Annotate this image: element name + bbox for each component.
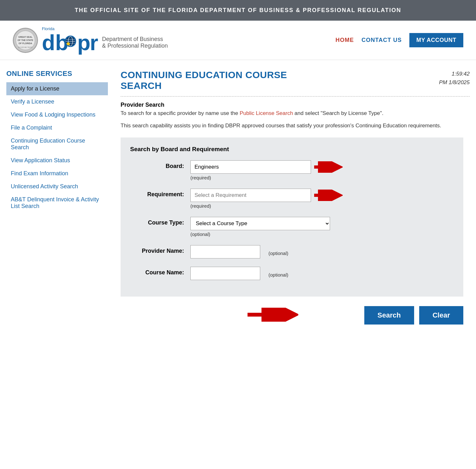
requirement-input[interactable]	[190, 189, 311, 202]
search-form-box: Search by Board and Requirement Board:	[121, 137, 463, 297]
provider-name-label: Provider Name:	[130, 245, 184, 254]
logo-florida-label: Florida	[42, 26, 168, 31]
board-required: (required)	[190, 175, 454, 180]
logo-area: GREAT SEAL OF THE STATE OF FLORIDA IN GO…	[13, 26, 168, 54]
course-type-select[interactable]: Select a Course Type	[190, 217, 330, 230]
top-banner-text: THE OFFICIAL SITE OF THE FLORIDA DEPARTM…	[75, 7, 401, 13]
board-input-with-arrow	[190, 160, 454, 174]
logo-text-block: Florida d b	[42, 26, 168, 54]
button-row: Search Clear	[121, 297, 470, 331]
top-banner: THE OFFICIAL SITE OF THE FLORIDA DEPARTM…	[0, 0, 476, 21]
capability-text: This search capability assists you in fi…	[121, 122, 470, 130]
form-title: Search by Board and Requirement	[130, 146, 454, 153]
sidebar-item-verify-licensee[interactable]: Verify a Licensee	[6, 95, 108, 108]
course-type-label: Course Type:	[130, 217, 184, 226]
sidebar-item-exam-info[interactable]: Find Exam Information	[6, 167, 108, 180]
nav-home-link[interactable]: HOME	[335, 37, 354, 44]
course-name-label: Course Name:	[130, 267, 184, 276]
logo-pr-letters: pr	[77, 32, 98, 53]
course-name-row: Course Name: (optional)	[130, 267, 454, 280]
requirement-label: Requirement:	[130, 189, 184, 198]
sidebar-item-apply-license[interactable]: Apply for a License	[6, 82, 108, 95]
clear-button[interactable]: Clear	[419, 306, 463, 325]
logo-b-circle: b	[55, 31, 77, 54]
timestamp: 1:59:42PM 1/8/2025	[439, 70, 470, 87]
course-type-row: Course Type: Select a Course Type (optio…	[130, 217, 454, 237]
sidebar: ONLINE SERVICES Apply for a License Veri…	[6, 70, 114, 435]
provider-name-row: Provider Name: (optional)	[130, 245, 454, 258]
public-license-search-link[interactable]: Public License Search	[240, 110, 293, 116]
florida-seal: GREAT SEAL OF THE STATE OF FLORIDA IN GO…	[13, 28, 38, 53]
sidebar-item-abt[interactable]: AB&T Delinquent Invoice & Activity List …	[6, 193, 108, 213]
requirement-required: (required)	[190, 203, 454, 209]
board-row: Board: (r	[130, 160, 454, 180]
bottom-red-arrow	[248, 308, 298, 323]
search-button[interactable]: Search	[364, 306, 414, 325]
provider-search-description: To search for a specific provider by nam…	[121, 110, 470, 117]
timestamp-text: 1:59:42PM 1/8/2025	[439, 71, 470, 85]
provider-name-optional: (optional)	[268, 247, 288, 256]
page-title: CONTINUING EDUCATION COURSE SEARCH	[121, 70, 311, 91]
provider-search-title: Provider Search	[121, 102, 470, 108]
sidebar-item-app-status[interactable]: View Application Status	[6, 154, 108, 167]
course-name-input[interactable]	[190, 267, 260, 280]
nav-links: HOME CONTACT US MY ACCOUNT	[335, 33, 463, 47]
provider-search-text2: and select "Search by License Type".	[293, 110, 383, 116]
logo-dept-text: Department of Business & Professional Re…	[102, 36, 168, 49]
logo-dbpr-row: d b	[42, 31, 168, 54]
provider-name-input-area: (optional)	[190, 245, 288, 258]
divider	[121, 96, 470, 97]
requirement-row: Requirement:	[130, 189, 454, 209]
requirement-input-with-arrow	[190, 189, 454, 202]
board-red-arrow	[314, 161, 343, 173]
my-account-button[interactable]: MY ACCOUNT	[409, 33, 463, 47]
course-name-input-area: (optional)	[190, 267, 288, 280]
svg-text:OF THE STATE: OF THE STATE	[17, 39, 33, 41]
requirement-input-area: (required)	[190, 189, 454, 209]
logo-d-letter: d	[42, 32, 55, 53]
content-area: CONTINUING EDUCATION COURSE SEARCH 1:59:…	[114, 70, 470, 435]
svg-text:IN GOD WE TRUST: IN GOD WE TRUST	[18, 46, 32, 48]
sidebar-item-unlicensed[interactable]: Unlicensed Activity Search	[6, 180, 108, 193]
board-input-area: (required)	[190, 160, 454, 180]
sidebar-title: ONLINE SERVICES	[6, 70, 108, 78]
provider-name-input[interactable]	[190, 245, 260, 258]
course-name-optional: (optional)	[268, 269, 288, 278]
svg-text:OF FLORIDA: OF FLORIDA	[19, 42, 32, 44]
main-layout: ONLINE SERVICES Apply for a License Veri…	[0, 60, 476, 441]
content-header: CONTINUING EDUCATION COURSE SEARCH 1:59:…	[121, 70, 470, 91]
sidebar-item-ce-search[interactable]: Continuing Education Course Search	[6, 134, 108, 154]
board-label: Board:	[130, 160, 184, 170]
svg-point-13	[67, 42, 70, 45]
nav-contact-link[interactable]: CONTACT US	[361, 37, 402, 44]
provider-search-text1: To search for a specific provider by nam…	[121, 110, 240, 116]
board-input[interactable]	[190, 160, 311, 174]
course-type-optional: (optional)	[190, 231, 454, 237]
course-type-input-area: Select a Course Type (optional)	[190, 217, 454, 237]
sidebar-item-food-lodging[interactable]: View Food & Lodging Inspections	[6, 108, 108, 121]
sidebar-item-complaint[interactable]: File a Complaint	[6, 121, 108, 134]
svg-text:GREAT SEAL: GREAT SEAL	[18, 36, 33, 38]
requirement-red-arrow	[314, 190, 343, 201]
header: GREAT SEAL OF THE STATE OF FLORIDA IN GO…	[0, 21, 476, 60]
